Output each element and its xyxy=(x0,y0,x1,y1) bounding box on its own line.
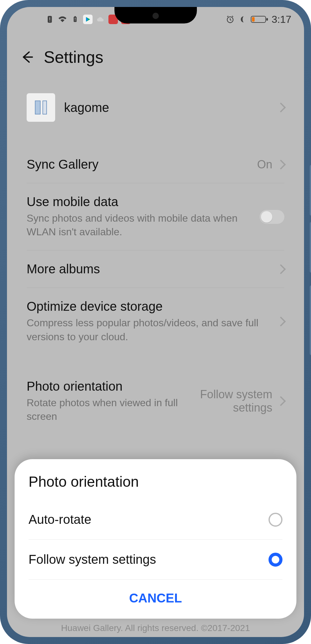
sync-gallery-title: Sync Gallery xyxy=(27,157,251,172)
wifi-icon xyxy=(58,15,67,24)
cloud-icon xyxy=(96,15,105,24)
sheet-option-label: Follow system settings xyxy=(29,552,156,567)
sheet-option-follow-system[interactable]: Follow system settings xyxy=(29,540,282,580)
settings-group-sync: Sync Gallery On Use mobile data Sync pho… xyxy=(16,146,295,355)
photo-orientation-title: Photo orientation xyxy=(27,379,184,394)
profile-card: kagome xyxy=(16,82,295,133)
volume-up-button[interactable] xyxy=(310,165,311,216)
svg-rect-5 xyxy=(75,18,75,20)
profile-avatar xyxy=(27,93,55,122)
svg-rect-4 xyxy=(75,16,76,17)
radio-selected-icon xyxy=(269,553,282,567)
photo-orientation-row[interactable]: Photo orientation Rotate photos when vie… xyxy=(27,368,284,435)
svg-rect-14 xyxy=(266,18,268,21)
sync-gallery-row[interactable]: Sync Gallery On xyxy=(27,146,284,183)
sheet-cancel-button[interactable]: CANCEL xyxy=(29,580,282,611)
mobile-data-sub: Sync photos and videos with mobile data … xyxy=(27,211,253,239)
optimize-sub: Compress less popular photos/videos, and… xyxy=(27,316,271,343)
app-icon-1 xyxy=(83,15,93,24)
sim-warning-icon xyxy=(45,15,55,24)
chevron-right-icon xyxy=(276,102,286,112)
front-camera xyxy=(152,13,159,19)
mobile-data-row: Use mobile data Sync photos and videos w… xyxy=(27,183,284,250)
alarm-icon xyxy=(225,15,235,24)
device-screen: 3:17 Settings kagome xyxy=(7,7,304,637)
mobile-data-toggle[interactable] xyxy=(260,210,284,224)
svg-rect-6 xyxy=(75,20,75,21)
chevron-right-icon xyxy=(276,396,286,406)
profile-name: kagome xyxy=(64,101,109,115)
back-button[interactable] xyxy=(20,49,35,65)
profile-row[interactable]: kagome xyxy=(27,82,284,133)
battery-warning-icon xyxy=(70,15,80,24)
photo-orientation-sub: Rotate photos when viewed in full screen xyxy=(27,396,184,423)
svg-rect-15 xyxy=(252,17,255,22)
chevron-right-icon xyxy=(276,317,286,327)
page-title: Settings xyxy=(44,48,103,67)
chevron-right-icon xyxy=(276,159,286,169)
sheet-option-auto-rotate[interactable]: Auto-rotate xyxy=(29,500,282,540)
svg-rect-1 xyxy=(49,17,50,20)
volume-down-button[interactable] xyxy=(310,222,311,273)
power-button[interactable] xyxy=(310,285,311,355)
sync-gallery-value: On xyxy=(257,158,272,171)
more-albums-row[interactable]: More albums xyxy=(27,250,284,288)
sheet-title: Photo orientation xyxy=(29,473,282,490)
more-albums-title: More albums xyxy=(27,262,271,276)
sheet-option-label: Auto-rotate xyxy=(29,512,91,527)
optimize-title: Optimize device storage xyxy=(27,299,271,314)
chevron-right-icon xyxy=(276,264,286,274)
footer-copyright: Huawei Gallery. All rights reserved. ©20… xyxy=(7,623,304,633)
status-right: 3:17 xyxy=(225,14,291,25)
optimize-storage-row[interactable]: Optimize device storage Compress less po… xyxy=(27,288,284,355)
photo-orientation-sheet: Photo orientation Auto-rotate Follow sys… xyxy=(15,459,296,619)
photo-orientation-value: Follow system settings xyxy=(190,388,272,414)
mobile-data-title: Use mobile data xyxy=(27,195,253,209)
radio-unselected-icon xyxy=(269,513,282,527)
do-not-disturb-icon xyxy=(238,15,248,24)
settings-group-display: Photo orientation Rotate photos when vie… xyxy=(16,368,295,435)
battery-icon xyxy=(251,15,269,24)
status-time: 3:17 xyxy=(272,14,291,25)
device-frame: 3:17 Settings kagome xyxy=(0,0,311,644)
header: Settings xyxy=(7,32,304,79)
svg-rect-2 xyxy=(49,21,50,21)
